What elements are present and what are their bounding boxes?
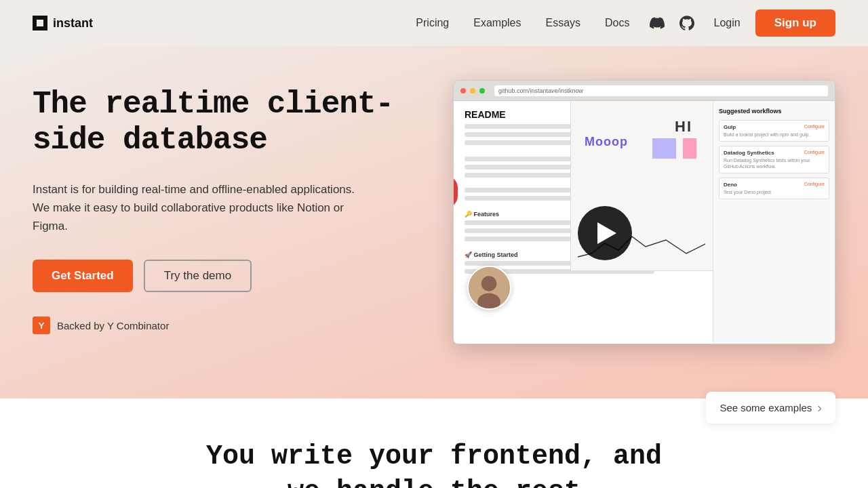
hero-description: Instant is for building real-time and of… bbox=[33, 180, 358, 236]
workflow-configure-0[interactable]: Configure bbox=[804, 124, 825, 129]
browser-content: README 🔑 Features bbox=[454, 101, 835, 344]
canvas-rect-pink bbox=[683, 138, 696, 159]
yc-logo: Y bbox=[33, 317, 50, 334]
logo-icon bbox=[33, 16, 47, 30]
bottom-title: You write your frontend, andwe handle th… bbox=[33, 439, 835, 488]
workflow-item-2: Deno Configure Test your Deno project bbox=[719, 178, 829, 199]
svg-point-1 bbox=[481, 276, 497, 291]
nav-docs[interactable]: Docs bbox=[595, 13, 639, 33]
workflow-desc-2: Test your Deno project bbox=[724, 189, 825, 195]
canvas-rect-purple bbox=[652, 138, 676, 159]
avatar bbox=[467, 266, 511, 310]
browser-close bbox=[460, 88, 466, 94]
hero-right: 6:01 ⏸ github.com/instantave/instknow RE… bbox=[453, 73, 835, 390]
right-panel: Suggested workflows Gulp Configure Build… bbox=[713, 101, 835, 344]
hero-title: The realtime client-side database bbox=[33, 87, 426, 159]
avatar-image bbox=[469, 266, 510, 310]
chevron-right-icon: › bbox=[817, 400, 822, 415]
url-text: github.com/instantave/instknow bbox=[498, 87, 583, 94]
see-examples-label: See some examples bbox=[719, 402, 812, 413]
play-button[interactable] bbox=[578, 206, 632, 260]
get-started-button[interactable]: Get Started bbox=[33, 260, 133, 292]
yc-badge: Y Backed by Y Combinator bbox=[33, 317, 426, 334]
browser-bar: github.com/instantave/instknow bbox=[454, 81, 835, 101]
login-button[interactable]: Login bbox=[705, 13, 750, 33]
canvas-hi-text: HI bbox=[675, 118, 692, 136]
logo[interactable]: instant bbox=[33, 16, 93, 30]
browser-chrome: github.com/instantave/instknow README bbox=[454, 81, 835, 344]
bottom-title-text: You write your frontend, andwe handle th… bbox=[206, 441, 662, 488]
workflow-desc-0: Build a tookist project with npm and gul… bbox=[724, 131, 825, 138]
browser-url[interactable]: github.com/instantave/instknow bbox=[494, 85, 828, 96]
workflow-item-0: Gulp Configure Build a tookist project w… bbox=[719, 120, 829, 142]
see-examples-button[interactable]: See some examples › bbox=[706, 392, 835, 424]
readme-area: README 🔑 Features bbox=[454, 101, 713, 344]
nav-examples[interactable]: Examples bbox=[464, 13, 530, 33]
workflow-configure-2[interactable]: Configure bbox=[804, 182, 825, 186]
github-icon[interactable] bbox=[675, 11, 699, 35]
yc-badge-text: Backed by Y Combinator bbox=[57, 320, 169, 331]
workflow-desc-1: Run Datadog Synthetics tests within your… bbox=[724, 157, 825, 169]
nav-links: Pricing Examples Essays Docs Login Sign … bbox=[406, 9, 835, 37]
panel-title: Suggested workflows bbox=[719, 108, 829, 115]
hero-section: The realtime client-side database Instan… bbox=[0, 46, 868, 399]
play-triangle-icon bbox=[597, 222, 616, 244]
browser-maximize bbox=[479, 88, 485, 94]
try-demo-button[interactable]: Try the demo bbox=[144, 260, 252, 292]
workflow-title-2: Deno bbox=[724, 182, 737, 188]
discord-icon[interactable] bbox=[645, 11, 669, 35]
signup-button[interactable]: Sign up bbox=[755, 9, 835, 37]
hero-buttons: Get Started Try the demo bbox=[33, 260, 426, 292]
navbar: instant Pricing Examples Essays Docs Log… bbox=[0, 0, 868, 46]
nav-essays[interactable]: Essays bbox=[536, 13, 590, 33]
workflow-configure-1[interactable]: Configure bbox=[804, 150, 825, 155]
workflow-title-0: Gulp bbox=[724, 124, 736, 130]
hero-left: The realtime client-side database Instan… bbox=[33, 73, 426, 334]
workflow-title-1: Datadog Synthetics bbox=[724, 150, 774, 156]
workflow-item-1: Datadog Synthetics Configure Run Datadog… bbox=[719, 146, 829, 174]
canvas-mooop-text: Mooop bbox=[585, 135, 628, 149]
nav-pricing[interactable]: Pricing bbox=[406, 13, 458, 33]
browser-minimize bbox=[470, 88, 475, 94]
screenshot-container: 6:01 ⏸ github.com/instantave/instknow RE… bbox=[453, 80, 835, 344]
logo-text: instant bbox=[53, 16, 93, 30]
